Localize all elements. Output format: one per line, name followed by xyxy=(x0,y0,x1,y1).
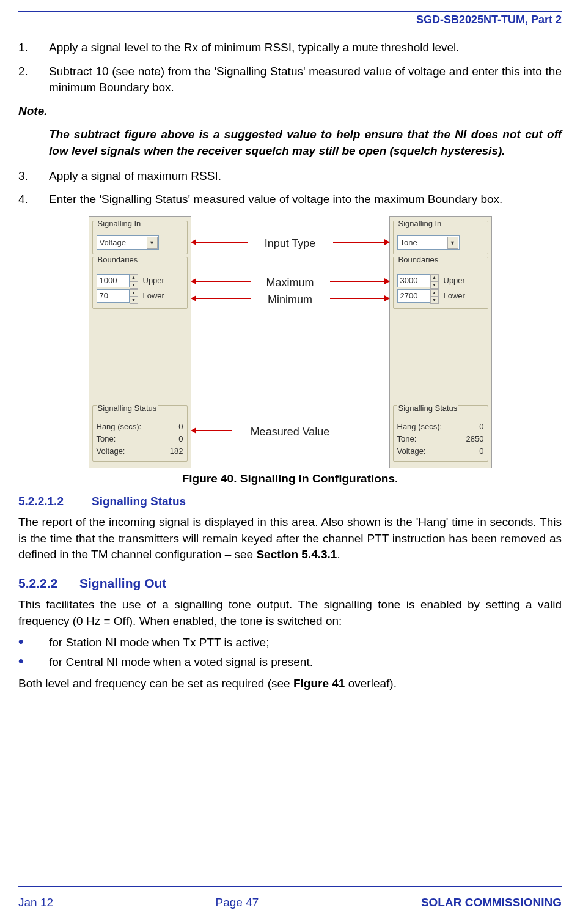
signalling-panel-right: Signalling In Tone ▼ Boundaries 3000 ▲ xyxy=(389,216,492,468)
group-title: Signalling In xyxy=(397,218,443,229)
step-number: 3. xyxy=(18,168,49,185)
footer-section: SOLAR COMMISSIONING xyxy=(421,896,562,909)
group-title: Boundaries xyxy=(97,254,139,265)
para-tail: Both level and frequency can be set as r… xyxy=(18,676,562,692)
upper-label: Upper xyxy=(444,275,465,286)
group-boundaries: Boundaries 3000 ▲ ▼ Upper 2700 xyxy=(393,257,488,309)
tone-value: 0 xyxy=(178,434,183,445)
tone-value: 2850 xyxy=(466,434,484,445)
callout-input-type: Input Type xyxy=(261,236,320,251)
group-signalling-status: Signalling Status Hang (secs):0 Tone:0 V… xyxy=(92,405,188,462)
lower-boundary-input[interactable]: 2700 xyxy=(397,289,430,303)
step-number: 4. xyxy=(18,191,49,208)
figure-caption: Figure 40. Signalling In Configurations. xyxy=(89,471,492,487)
step-1: 1. Apply a signal level to the Rx of min… xyxy=(18,40,562,56)
signalling-panel-left: Signalling In Voltage ▼ Boundaries 1000 … xyxy=(89,216,191,468)
spin-up-icon[interactable]: ▲ xyxy=(430,289,439,297)
bullet-2: • for Central NI mode when a voted signa… xyxy=(18,654,562,671)
heading-title: Signalling Out xyxy=(79,576,166,590)
step-3: 3. Apply a signal of maximum RSSI. xyxy=(18,168,562,185)
group-boundaries: Boundaries 1000 ▲ ▼ Upper 70 xyxy=(92,257,188,309)
upper-boundary-input[interactable]: 1000 xyxy=(97,274,130,287)
step-2: 2. Subtract 10 (see note) from the 'Sign… xyxy=(18,64,562,96)
para-signalling-out: This facilitates the use of a signalling… xyxy=(18,597,562,629)
group-signalling-status: Signalling Status Hang (secs):0 Tone:285… xyxy=(393,405,488,462)
voltage-label: Voltage: xyxy=(97,446,125,457)
input-type-select[interactable]: Tone ▼ xyxy=(397,235,460,250)
select-value: Tone xyxy=(398,237,447,248)
figure-40: Signalling In Voltage ▼ Boundaries 1000 … xyxy=(89,216,492,487)
tone-label: Tone: xyxy=(97,434,116,445)
section-ref: Section 5.4.3.1 xyxy=(256,548,337,561)
callout-maximum: Maximum xyxy=(262,275,317,290)
spin-down-icon[interactable]: ▼ xyxy=(430,297,439,304)
figure-callouts: Input Type Maximum Minimum xyxy=(196,216,385,468)
lower-boundary-input[interactable]: 70 xyxy=(97,289,130,303)
tone-label: Tone: xyxy=(397,434,417,445)
callout-measured-value: Measured Value xyxy=(247,424,334,440)
spin-up-icon[interactable]: ▲ xyxy=(130,289,138,297)
group-title: Signalling Status xyxy=(97,403,158,414)
step-text: Subtract 10 (see note) from the 'Signall… xyxy=(49,64,562,96)
lower-label: Lower xyxy=(444,290,465,301)
spin-up-icon[interactable]: ▲ xyxy=(430,274,439,281)
select-value: Voltage xyxy=(97,237,146,248)
bullet-icon: • xyxy=(18,635,49,651)
spin-buttons[interactable]: ▲ ▼ xyxy=(130,289,138,303)
step-number: 2. xyxy=(18,64,49,96)
group-signalling-in: Signalling In Tone ▼ xyxy=(393,221,488,255)
spin-down-icon[interactable]: ▼ xyxy=(130,281,138,289)
group-signalling-in: Signalling In Voltage ▼ xyxy=(92,221,188,255)
upper-boundary-input[interactable]: 3000 xyxy=(397,274,430,287)
para-text: overleaf). xyxy=(345,677,396,690)
footer-page: Page 47 xyxy=(216,896,259,909)
spin-down-icon[interactable]: ▼ xyxy=(430,281,439,289)
figure-ref: Figure 41 xyxy=(293,677,345,690)
spin-buttons[interactable]: ▲ ▼ xyxy=(430,274,439,287)
bullet-text: for Central NI mode when a voted signal … xyxy=(49,654,562,671)
header-rule xyxy=(18,0,562,12)
group-title: Signalling In xyxy=(97,218,142,229)
chevron-down-icon[interactable]: ▼ xyxy=(447,237,458,249)
heading-number: 5.2.2.2 xyxy=(18,574,79,592)
heading-title: Signalling Status xyxy=(92,495,186,508)
para-text: Both level and frequency can be set as r… xyxy=(18,677,293,690)
note-label: Note. xyxy=(18,103,562,120)
voltage-value: 0 xyxy=(479,446,483,457)
body: 1. Apply a signal level to the Rx of min… xyxy=(18,32,562,886)
spin-buttons[interactable]: ▲ ▼ xyxy=(430,289,439,303)
para-text: . xyxy=(337,548,340,561)
bullet-icon: • xyxy=(18,654,49,671)
hang-value: 0 xyxy=(178,421,183,432)
footer: Jan 12 Page 47 SOLAR COMMISSIONING xyxy=(18,886,562,924)
group-title: Signalling Status xyxy=(397,403,459,414)
upper-label: Upper xyxy=(143,275,164,286)
bullet-1: • for Station NI mode when Tx PTT is act… xyxy=(18,635,562,651)
doc-id: SGD-SB2025NT-TUM, Part 2 xyxy=(18,13,562,26)
heading-number: 5.2.2.1.2 xyxy=(18,493,92,510)
step-text: Apply a signal level to the Rx of minimu… xyxy=(49,40,562,56)
step-4: 4. Enter the 'Signalling Status' measure… xyxy=(18,191,562,208)
step-text: Apply a signal of maximum RSSI. xyxy=(49,168,562,185)
voltage-label: Voltage: xyxy=(397,446,426,457)
heading-signalling-status: 5.2.2.1.2Signalling Status xyxy=(18,493,562,510)
step-number: 1. xyxy=(18,40,49,56)
input-type-select[interactable]: Voltage ▼ xyxy=(97,235,159,250)
note-body: The subtract figure above is a suggested… xyxy=(49,127,562,159)
group-title: Boundaries xyxy=(397,254,440,265)
spin-up-icon[interactable]: ▲ xyxy=(130,274,138,281)
voltage-value: 182 xyxy=(170,446,183,457)
step-text: Enter the 'Signalling Status' measured v… xyxy=(49,191,562,208)
hang-value: 0 xyxy=(479,421,483,432)
spin-down-icon[interactable]: ▼ xyxy=(130,297,138,304)
lower-label: Lower xyxy=(143,290,164,301)
chevron-down-icon[interactable]: ▼ xyxy=(147,237,158,249)
callout-minimum: Minimum xyxy=(264,292,316,308)
footer-date: Jan 12 xyxy=(18,896,53,909)
heading-signalling-out: 5.2.2.2Signalling Out xyxy=(18,574,562,592)
hang-label: Hang (secs): xyxy=(97,421,142,432)
hang-label: Hang (secs): xyxy=(397,421,442,432)
bullet-text: for Station NI mode when Tx PTT is activ… xyxy=(49,635,562,651)
spin-buttons[interactable]: ▲ ▼ xyxy=(130,274,138,287)
para-signalling-status: The report of the incoming signal is dis… xyxy=(18,514,562,563)
